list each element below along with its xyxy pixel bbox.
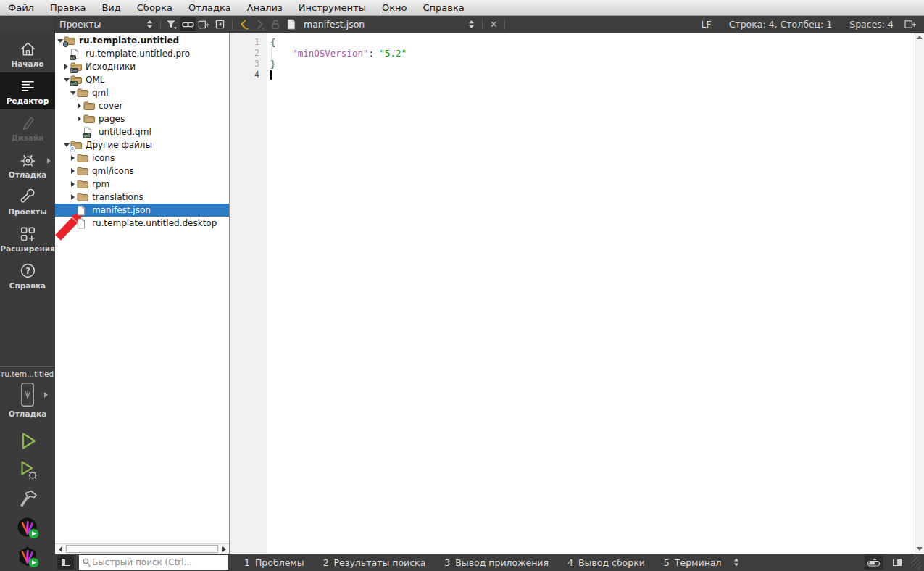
scroll-right-icon[interactable]: [219, 544, 229, 554]
debug-run-button[interactable]: [17, 459, 38, 480]
mode-label: Справка: [9, 281, 46, 290]
other-files-folder-icon: ⊞: [70, 139, 83, 151]
scroll-left-icon[interactable]: [55, 544, 65, 554]
indentation-indicator[interactable]: Spaces: 4: [849, 19, 894, 30]
expander-closed-icon[interactable]: [70, 191, 77, 204]
pane-number: 1: [244, 557, 250, 568]
menu-item[interactable]: Файл: [0, 0, 42, 15]
menu-item[interactable]: Анализ: [239, 0, 291, 15]
close-document-icon[interactable]: ✕: [486, 17, 501, 31]
expander-closed-icon[interactable]: [70, 151, 77, 164]
mode-extensions[interactable]: Расширения: [0, 220, 55, 257]
tree-item[interactable]: qmlQML: [55, 73, 229, 86]
mode-home[interactable]: Начало: [0, 36, 55, 72]
tree-horizontal-scrollbar[interactable]: [55, 543, 229, 554]
split-add-icon[interactable]: [196, 17, 212, 31]
progress-details-icon[interactable]: [865, 555, 883, 570]
expander-closed-icon[interactable]: [76, 99, 83, 112]
tree-item[interactable]: pages: [55, 112, 229, 125]
back-icon[interactable]: [236, 17, 251, 31]
menu-item[interactable]: Отладка: [180, 0, 239, 15]
menu-item[interactable]: Сборка: [129, 0, 180, 15]
search-input[interactable]: [92, 557, 225, 567]
scrollbar-thumb[interactable]: [66, 545, 218, 553]
mode-debug[interactable]: Отладка: [0, 146, 55, 183]
tree-item[interactable]: ⊞Другие файлы: [55, 138, 229, 151]
mode-help[interactable]: ?Справка: [0, 257, 55, 294]
lock-icon[interactable]: [267, 17, 283, 31]
tree-item[interactable]: qmluntitled.qml: [55, 125, 229, 138]
tree-item[interactable]: qml/icons: [55, 164, 229, 178]
emulator-run-button[interactable]: [17, 517, 38, 538]
tree-item[interactable]: icons: [55, 151, 229, 164]
code-line[interactable]: "minOSVersion": "5.2": [267, 48, 915, 59]
tree-item[interactable]: rpm: [55, 178, 229, 191]
file-icon: [283, 17, 299, 31]
design-icon: [19, 114, 37, 132]
link-with-editor-icon[interactable]: [180, 17, 196, 31]
collapse-panel-icon[interactable]: [212, 17, 228, 31]
phone-icon: [18, 381, 37, 409]
editor-status-group: LF Строка: 4, Столбец: 1 Spaces: 4: [702, 17, 918, 31]
editor-vertical-scrollbar[interactable]: [915, 33, 924, 554]
resize-grip[interactable]: [911, 556, 921, 569]
updown-icon[interactable]: [141, 17, 157, 31]
kit-submenu-arrow[interactable]: [44, 392, 48, 398]
menu-item[interactable]: Инструменты: [291, 0, 374, 15]
output-pane-2[interactable]: 2Результаты поиска: [314, 554, 436, 571]
tree-item-label: ru.template.untitled.pro: [86, 49, 190, 59]
output-pane-1[interactable]: 1Проблемы: [235, 554, 314, 571]
tree-item[interactable]: qtru.template.untitled.pro: [55, 47, 229, 60]
menu-item[interactable]: Вид: [93, 0, 128, 15]
mode-submenu-arrow[interactable]: [47, 158, 51, 164]
document-updown-icon[interactable]: [463, 17, 479, 31]
debug-run-icon: [17, 459, 38, 480]
code-area[interactable]: { "minOSVersion": "5.2"}: [267, 33, 915, 554]
cursor-position[interactable]: Строка: 4, Столбец: 1: [729, 19, 833, 30]
menu-item[interactable]: Правка: [42, 0, 93, 15]
pane-label: Результаты поиска: [334, 557, 426, 568]
locator-search[interactable]: [79, 555, 228, 570]
tree-item[interactable]: manifest.json: [55, 204, 229, 217]
tree-item-label: manifest.json: [92, 205, 151, 215]
open-document-name[interactable]: manifest.json: [304, 19, 365, 30]
sidebar-toggle-right-icon[interactable]: [888, 555, 907, 570]
code-line[interactable]: }: [267, 59, 915, 70]
forward-icon[interactable]: [251, 17, 267, 31]
split-editor-icon[interactable]: [902, 17, 918, 31]
expander-closed-icon[interactable]: [70, 178, 77, 191]
mode-selector: НачалоРедакторДизайнОтладкаПроектыРасшир…: [0, 33, 55, 294]
expander-closed-icon[interactable]: [70, 164, 77, 178]
code-line[interactable]: {: [267, 37, 915, 48]
menu-item[interactable]: Справка: [415, 0, 472, 15]
output-pane-3[interactable]: 3Вывод приложения: [435, 554, 558, 571]
menu-item[interactable]: Окно: [374, 0, 415, 15]
emulator-run-alt-button[interactable]: [17, 546, 38, 567]
build-button[interactable]: [17, 488, 38, 509]
expander-closed-icon[interactable]: [76, 112, 83, 125]
expander-open-icon[interactable]: [70, 86, 77, 99]
output-pane-4[interactable]: 4Вывод сборки: [558, 554, 654, 571]
filter-icon[interactable]: [164, 17, 180, 31]
tree-item[interactable]: C++Исходники: [55, 60, 229, 73]
sidebar-toggle-left-icon[interactable]: [57, 555, 74, 570]
eol-indicator[interactable]: LF: [702, 19, 712, 30]
output-panes-updown-icon[interactable]: [733, 558, 739, 567]
panel-selector-combo[interactable]: Проекты: [59, 19, 141, 30]
tree-item[interactable]: translations: [55, 191, 229, 204]
scroll-down-icon[interactable]: [917, 547, 923, 551]
run-button[interactable]: [17, 430, 38, 451]
code-line[interactable]: [267, 70, 915, 80]
tree-item[interactable]: qml: [55, 86, 229, 99]
mode-projects[interactable]: Проекты: [0, 183, 55, 220]
scroll-up-icon[interactable]: [917, 36, 923, 39]
wrench-icon: [19, 188, 37, 206]
tree-item[interactable]: cover: [55, 99, 229, 112]
output-pane-5[interactable]: 5Терминал: [654, 554, 731, 571]
tree-item[interactable]: ru.template.untitled.desktop: [55, 217, 229, 230]
mode-design[interactable]: Дизайн: [0, 109, 55, 146]
tree-item[interactable]: ⚙ru.template.untitled: [55, 34, 229, 47]
cpp-folder-icon: C++: [70, 61, 83, 72]
toolbar-corner: [0, 16, 55, 33]
mode-edit[interactable]: Редактор: [0, 72, 55, 109]
